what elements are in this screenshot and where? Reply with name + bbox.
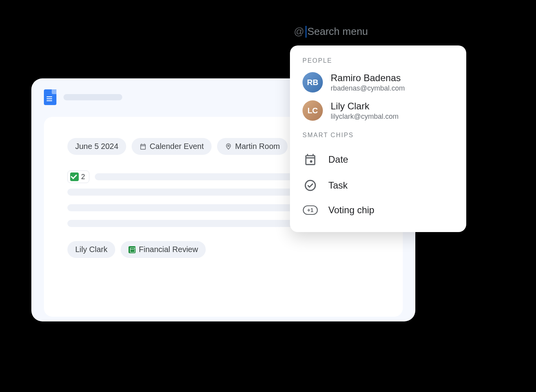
vote-count: 2	[81, 173, 85, 181]
svg-point-0	[228, 145, 229, 146]
checkmark-icon	[70, 172, 79, 181]
smart-chip-label: Task	[328, 180, 348, 191]
at-mention-popup: @ Search menu PEOPLE RB Ramiro Badenas r…	[290, 25, 466, 232]
svg-point-1	[310, 160, 312, 163]
google-docs-icon	[44, 89, 56, 105]
location-icon	[225, 143, 232, 150]
doc-title-placeholder	[63, 94, 122, 100]
search-menu: PEOPLE RB Ramiro Badenas rbadenas@cymbal…	[290, 45, 466, 232]
chip-label: Lily Clark	[75, 245, 107, 254]
chip-label: Calender Event	[150, 142, 204, 151]
avatar: RB	[302, 72, 323, 93]
calendar-event-chip[interactable]: Calender Event	[132, 138, 212, 155]
person-name: Lily Clark	[331, 101, 398, 112]
calendar-icon	[139, 143, 147, 150]
search-placeholder: Search menu	[307, 25, 368, 38]
smart-chip-voting[interactable]: +1 Voting chip	[302, 198, 454, 222]
person-name: Ramiro Badenas	[331, 73, 405, 83]
person-chip[interactable]: Lily Clark	[67, 241, 115, 258]
location-chip[interactable]: Martin Room	[217, 138, 288, 155]
people-header: PEOPLE	[302, 57, 454, 64]
calendar-icon	[302, 153, 318, 166]
smart-chip-label: Voting chip	[328, 205, 374, 216]
svg-text:+1: +1	[307, 207, 313, 213]
task-icon	[302, 179, 318, 192]
chip-label: June 5 2024	[75, 142, 118, 151]
file-chip[interactable]: Financial Review	[121, 241, 206, 258]
vote-chip[interactable]: 2	[67, 171, 89, 183]
text-cursor	[306, 26, 306, 38]
avatar: LC	[302, 100, 323, 121]
person-item-ramiro[interactable]: RB Ramiro Badenas rbadenas@cymbal.com	[302, 72, 454, 93]
person-text: Lily Clark lilyclark@cymbal.com	[331, 101, 398, 121]
person-email: lilyclark@cymbal.com	[331, 113, 398, 121]
chips-row-2: Lily Clark Financial Review	[67, 241, 379, 258]
smart-chip-date[interactable]: Date	[302, 147, 454, 172]
chip-label: Martin Room	[235, 142, 280, 151]
smart-chip-label: Date	[328, 154, 348, 165]
person-email: rbadenas@cymbal.com	[331, 84, 405, 93]
chip-label: Financial Review	[139, 245, 198, 254]
at-symbol: @	[294, 25, 304, 38]
person-item-lily[interactable]: LC Lily Clark lilyclark@cymbal.com	[302, 100, 454, 121]
search-input-row[interactable]: @ Search menu	[290, 25, 466, 38]
google-sheets-icon	[129, 246, 136, 253]
person-text: Ramiro Badenas rbadenas@cymbal.com	[331, 73, 405, 93]
plus-one-icon: +1	[302, 205, 318, 215]
smart-chip-task[interactable]: Task	[302, 172, 454, 198]
date-chip[interactable]: June 5 2024	[67, 138, 126, 155]
smart-chips-header: SMART CHIPS	[302, 132, 454, 139]
